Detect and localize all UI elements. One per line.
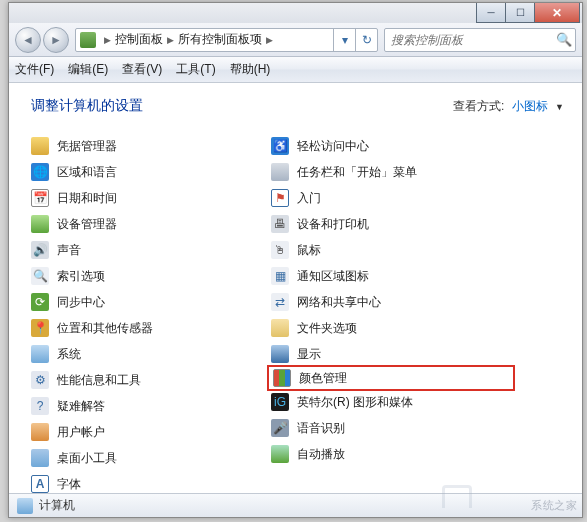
cp-item-network-sharing[interactable]: ⇄网络和共享中心 [271,289,511,315]
date-time-icon: 📅 [31,189,49,207]
cp-item-label: 用户帐户 [57,424,105,441]
search-icon[interactable]: 🔍 [553,32,575,47]
cp-item-display[interactable]: 显示 [271,341,511,367]
window-buttons: ─ ☐ ✕ [477,3,580,23]
speech-recognition-icon: 🎤 [271,419,289,437]
cp-item-label: 网络和共享中心 [297,294,381,311]
chevron-right-icon[interactable]: ▶ [167,35,174,45]
cp-item-getting-started[interactable]: ⚑入门 [271,185,511,211]
cp-item-label: 索引选项 [57,268,105,285]
chevron-right-icon[interactable]: ▶ [266,35,273,45]
view-by: 查看方式: 小图标 ▼ [453,98,564,115]
cp-item-sync-center[interactable]: ⟳同步中心 [31,289,271,315]
cp-item-label: 通知区域图标 [297,268,369,285]
cp-item-ease-of-access[interactable]: ♿轻松访问中心 [271,133,511,159]
cp-item-label: 入门 [297,190,321,207]
getting-started-icon: ⚑ [271,189,289,207]
sync-center-icon: ⟳ [31,293,49,311]
system-icon [31,345,49,363]
cp-item-label: 区域和语言 [57,164,117,181]
network-sharing-icon: ⇄ [271,293,289,311]
breadcrumb-segment[interactable]: 所有控制面板项 [178,31,262,48]
ease-of-access-icon: ♿ [271,137,289,155]
cp-item-system[interactable]: 系统 [31,341,271,367]
cp-item-troubleshooting[interactable]: ?疑难解答 [31,393,271,419]
cp-item-folder-options[interactable]: 文件夹选项 [271,315,511,341]
search-input[interactable] [385,33,553,47]
content-area: 调整计算机的设置 查看方式: 小图标 ▼ 凭据管理器🌐区域和语言📅日期和时间设备… [9,83,582,493]
cp-item-notification-area[interactable]: ▦通知区域图标 [271,263,511,289]
cp-item-fonts[interactable]: A字体 [31,471,271,493]
cp-item-speech-recognition[interactable]: 🎤语音识别 [271,415,511,441]
cp-item-intel-graphics[interactable]: iG英特尔(R) 图形和媒体 [271,389,511,415]
control-panel-window: ─ ☐ ✕ ◄ ► ▶ 控制面板 ▶ 所有控制面板项 ▶ ▾ ↻ 🔍 文件(F)… [8,2,583,518]
intel-graphics-icon: iG [271,393,289,411]
breadcrumb-segment[interactable]: 控制面板 [115,31,163,48]
location-sensors-icon: 📍 [31,319,49,337]
display-icon [271,345,289,363]
forward-button[interactable]: ► [43,27,69,53]
dropdown-history-button[interactable]: ▾ [333,28,355,52]
cp-item-device-manager[interactable]: 设备管理器 [31,211,271,237]
notification-area-icon: ▦ [271,267,289,285]
cp-item-label: 设备管理器 [57,216,117,233]
chevron-down-icon[interactable]: ▼ [555,102,564,112]
cp-item-label: 鼠标 [297,242,321,259]
cp-item-region-language[interactable]: 🌐区域和语言 [31,159,271,185]
titlebar[interactable]: ─ ☐ ✕ [9,3,582,23]
cp-item-date-time[interactable]: 📅日期和时间 [31,185,271,211]
cp-item-color-management[interactable]: 颜色管理 [267,365,515,391]
control-panel-icon [80,32,96,48]
cp-item-performance-info[interactable]: ⚙性能信息和工具 [31,367,271,393]
troubleshooting-icon: ? [31,397,49,415]
back-button[interactable]: ◄ [15,27,41,53]
cp-item-credential-manager[interactable]: 凭据管理器 [31,133,271,159]
cp-item-label: 疑难解答 [57,398,105,415]
taskbar-start-icon [271,163,289,181]
cp-item-desktop-gadgets[interactable]: 桌面小工具 [31,445,271,471]
device-manager-icon [31,215,49,233]
menu-file[interactable]: 文件(F) [15,61,54,78]
cp-item-label: 日期和时间 [57,190,117,207]
chevron-right-icon[interactable]: ▶ [104,35,111,45]
menu-view[interactable]: 查看(V) [122,61,162,78]
region-language-icon: 🌐 [31,163,49,181]
cp-item-devices-printers[interactable]: 🖶设备和打印机 [271,211,511,237]
items-grid: 凭据管理器🌐区域和语言📅日期和时间设备管理器🔊声音🔍索引选项⟳同步中心📍位置和其… [31,133,564,493]
cp-item-label: 凭据管理器 [57,138,117,155]
computer-icon [17,498,33,514]
address-bar[interactable]: ▶ 控制面板 ▶ 所有控制面板项 ▶ ▾ ↻ [75,28,378,52]
refresh-button[interactable]: ↻ [355,28,377,52]
cp-item-indexing-options[interactable]: 🔍索引选项 [31,263,271,289]
cp-item-location-sensors[interactable]: 📍位置和其他传感器 [31,315,271,341]
cp-item-label: 性能信息和工具 [57,372,141,389]
cp-item-sound[interactable]: 🔊声音 [31,237,271,263]
cp-item-label: 显示 [297,346,321,363]
nav-buttons: ◄ ► [15,27,69,53]
cp-item-label: 桌面小工具 [57,450,117,467]
cp-item-mouse[interactable]: 🖱鼠标 [271,237,511,263]
cp-item-user-accounts[interactable]: 用户帐户 [31,419,271,445]
maximize-button[interactable]: ☐ [505,3,535,23]
menu-help[interactable]: 帮助(H) [230,61,271,78]
credential-manager-icon [31,137,49,155]
cp-item-label: 英特尔(R) 图形和媒体 [297,394,413,411]
cp-item-taskbar-start[interactable]: 任务栏和「开始」菜单 [271,159,511,185]
cp-item-label: 自动播放 [297,446,345,463]
color-management-icon [273,369,291,387]
view-by-value[interactable]: 小图标 [512,99,548,113]
mouse-icon: 🖱 [271,241,289,259]
cp-item-autoplay[interactable]: 自动播放 [271,441,511,467]
menu-tools[interactable]: 工具(T) [176,61,215,78]
minimize-button[interactable]: ─ [476,3,506,23]
fonts-icon: A [31,475,49,493]
menu-edit[interactable]: 编辑(E) [68,61,108,78]
items-column-right: ♿轻松访问中心任务栏和「开始」菜单⚑入门🖶设备和打印机🖱鼠标▦通知区域图标⇄网络… [271,133,511,493]
cp-item-label: 轻松访问中心 [297,138,369,155]
page-title: 调整计算机的设置 [31,97,453,115]
search-box[interactable]: 🔍 [384,28,576,52]
status-label: 计算机 [39,497,75,514]
cp-item-label: 颜色管理 [299,370,347,387]
performance-info-icon: ⚙ [31,371,49,389]
close-button[interactable]: ✕ [534,3,580,23]
